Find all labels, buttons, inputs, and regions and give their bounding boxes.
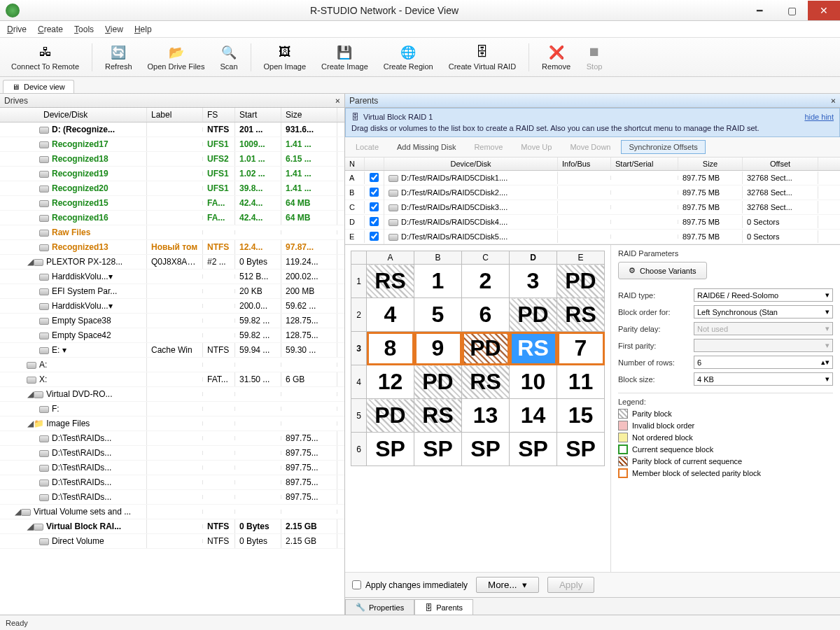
raid-cell[interactable]: 13 xyxy=(462,399,510,433)
raid-cell[interactable]: SP xyxy=(414,433,462,466)
drives-table[interactable]: Device/Disk Label FS Start Size D: (Reco… xyxy=(0,108,344,615)
drive-row[interactable]: Recognized18UFS21.01 ...6.15 ... xyxy=(0,152,344,167)
parent-checkbox[interactable] xyxy=(370,173,379,182)
drive-row[interactable]: Empty Space4259.82 ...128.75... xyxy=(0,328,344,343)
param-select[interactable]: 4 KB▾ xyxy=(694,372,833,386)
pcol-off[interactable]: Offset xyxy=(743,158,818,170)
raid-cell[interactable]: 5 xyxy=(414,298,462,332)
drive-row[interactable]: Recognized20UFS139.8...1.41 ... xyxy=(0,181,344,196)
raid-cell[interactable]: RS xyxy=(557,298,605,332)
parent-row[interactable]: CD:/Test/RAIDs/RAID5CDisk3....897.75 MB3… xyxy=(345,200,840,215)
parent-row[interactable]: AD:/Test/RAIDs/RAID5CDisk1....897.75 MB3… xyxy=(345,171,840,186)
raid-cell[interactable]: 3 xyxy=(510,265,557,298)
raid-cell[interactable]: RS xyxy=(462,365,510,399)
apply-immediately-checkbox[interactable]: Apply changes immediately xyxy=(352,580,468,590)
drive-row[interactable]: ◢Virtual DVD-RO... xyxy=(0,387,344,402)
parent-row[interactable]: DD:/Test/RAIDs/RAID5CDisk4....897.75 MB0… xyxy=(345,215,840,230)
drive-row[interactable]: Recognized13Новый томNTFS12.4...97.87... xyxy=(0,240,344,255)
raid-cell[interactable]: 15 xyxy=(557,399,605,433)
raid-cell[interactable]: 4 xyxy=(367,298,414,332)
raid-cell[interactable]: PD xyxy=(462,332,510,365)
raid-cell[interactable]: PD xyxy=(367,399,414,433)
raid-cell[interactable]: SP xyxy=(510,433,557,466)
raid-cell[interactable]: PD xyxy=(510,298,557,332)
btn-add-missing-disk[interactable]: Add Missing Disk xyxy=(389,140,463,154)
raid-cell[interactable]: 9 xyxy=(414,332,462,365)
close-button[interactable]: ✕ xyxy=(808,1,840,20)
param-select[interactable]: 6▴▾ xyxy=(694,356,833,369)
raid-cell[interactable]: 7 xyxy=(557,332,605,365)
toolbar-create-region[interactable]: 🌐Create Region xyxy=(378,43,439,72)
drive-row[interactable]: Recognized15FA...42.4...64 MB xyxy=(0,196,344,211)
parents-table[interactable]: N Device/Disk Info/Bus Start/Serial Size… xyxy=(345,158,840,244)
col-device[interactable]: Device/Disk xyxy=(0,108,147,122)
drive-row[interactable]: D:\Test\RAIDs...897.75... xyxy=(0,475,344,490)
drive-row[interactable]: Direct VolumeNTFS0 Bytes2.15 GB xyxy=(0,534,344,549)
tab-device-view[interactable]: 🖥 Device view xyxy=(3,80,74,93)
drive-row[interactable]: Raw Files xyxy=(0,225,344,240)
drive-row[interactable]: D:\Test\RAIDs...897.75... xyxy=(0,446,344,461)
drive-row[interactable]: ◢📁 Image Files xyxy=(0,416,344,431)
menu-drive[interactable]: Drive xyxy=(7,24,27,34)
param-select[interactable]: RAID6E / Reed-Solomo▾ xyxy=(694,288,833,302)
parent-row[interactable]: BD:/Test/RAIDs/RAID5CDisk2....897.75 MB3… xyxy=(345,186,840,200)
raid-cell[interactable]: 12 xyxy=(367,365,414,399)
raid-cell[interactable]: 11 xyxy=(557,365,605,399)
drive-row[interactable]: ◢Virtual Block RAI...NTFS0 Bytes2.15 GB xyxy=(0,519,344,534)
menu-tools[interactable]: Tools xyxy=(74,24,94,34)
drive-row[interactable]: D: (Recognize...NTFS201 ...931.6... xyxy=(0,122,344,137)
parent-checkbox[interactable] xyxy=(370,188,379,197)
drive-row[interactable]: Empty Space3859.82 ...128.75... xyxy=(0,314,344,328)
hide-hint-link[interactable]: hide hint xyxy=(804,113,834,121)
tab-properties[interactable]: 🔧 Properties xyxy=(345,599,414,615)
btn-synchronize-offsets[interactable]: Synchronize Offsets xyxy=(621,140,705,154)
raid-cell[interactable]: PD xyxy=(557,265,605,298)
choose-variants-button[interactable]: ⚙ Choose Variants xyxy=(618,262,707,279)
drive-row[interactable]: D:\Test\RAIDs...897.75... xyxy=(0,490,344,505)
drive-row[interactable]: D:\Test\RAIDs...897.75... xyxy=(0,431,344,446)
pcol-start[interactable]: Start/Serial xyxy=(611,158,678,170)
raid-grid[interactable]: ABCDE1RS123PD2456PDRS389PDRS7412PDRS1011… xyxy=(345,245,610,572)
raid-cell[interactable]: RS xyxy=(414,399,462,433)
raid-cell[interactable]: PD xyxy=(414,365,462,399)
raid-cell[interactable]: SP xyxy=(462,433,510,466)
drives-close-icon[interactable]: × xyxy=(335,96,340,106)
maximize-button[interactable]: ▢ xyxy=(776,1,808,20)
drive-row[interactable]: Recognized16FA...42.4...64 MB xyxy=(0,211,344,225)
pcol-n[interactable]: N xyxy=(345,158,365,170)
col-size[interactable]: Size xyxy=(281,108,337,122)
col-label[interactable]: Label xyxy=(147,108,203,122)
toolbar-create-virtual-raid[interactable]: 🗄Create Virtual RAID xyxy=(443,43,522,72)
pcol-size[interactable]: Size xyxy=(678,158,743,170)
drive-row[interactable]: D:\Test\RAIDs...897.75... xyxy=(0,461,344,475)
raid-cell[interactable]: RS xyxy=(367,265,414,298)
pcol-chk[interactable] xyxy=(365,158,384,170)
raid-cell[interactable]: 1 xyxy=(414,265,462,298)
col-start[interactable]: Start xyxy=(235,108,281,122)
drive-row[interactable]: X:FAT...31.50 ...6 GB xyxy=(0,372,344,387)
toolbar-remove[interactable]: ❌Remove xyxy=(536,43,576,72)
raid-cell[interactable]: SP xyxy=(557,433,605,466)
apply-button[interactable]: Apply xyxy=(547,577,594,593)
menu-create[interactable]: Create xyxy=(38,24,63,34)
toolbar-connect-to-remote[interactable]: 🖧Connect To Remote xyxy=(6,43,85,72)
drive-row[interactable]: ◢Virtual Volume sets and ... xyxy=(0,505,344,519)
toolbar-create-image[interactable]: 💾Create Image xyxy=(316,43,374,72)
drive-row[interactable]: HarddiskVolu...▾512 B...200.02... xyxy=(0,270,344,284)
menu-help[interactable]: Help xyxy=(134,24,152,34)
raid-cell[interactable]: 10 xyxy=(510,365,557,399)
drive-row[interactable]: HarddiskVolu...▾200.0...59.62 ... xyxy=(0,299,344,314)
toolbar-stop[interactable]: ⏹Stop xyxy=(580,43,608,72)
pcol-dev[interactable]: Device/Disk xyxy=(384,158,558,170)
drive-row[interactable]: F: xyxy=(0,402,344,416)
tab-parents[interactable]: 🗄 Parents xyxy=(414,599,473,615)
toolbar-scan[interactable]: 🔍Scan xyxy=(214,43,243,72)
raid-cell[interactable]: 14 xyxy=(510,399,557,433)
raid-cell[interactable]: 6 xyxy=(462,298,510,332)
raid-cell[interactable]: 2 xyxy=(462,265,510,298)
more-button[interactable]: More... ▾ xyxy=(476,577,539,593)
toolbar-open-drive-files[interactable]: 📂Open Drive Files xyxy=(142,43,211,72)
drive-row[interactable]: Recognized17UFS11009...1.41 ... xyxy=(0,137,344,152)
parents-close-icon[interactable]: × xyxy=(831,96,836,106)
drive-row[interactable]: Recognized19UFS11.02 ...1.41 ... xyxy=(0,167,344,181)
